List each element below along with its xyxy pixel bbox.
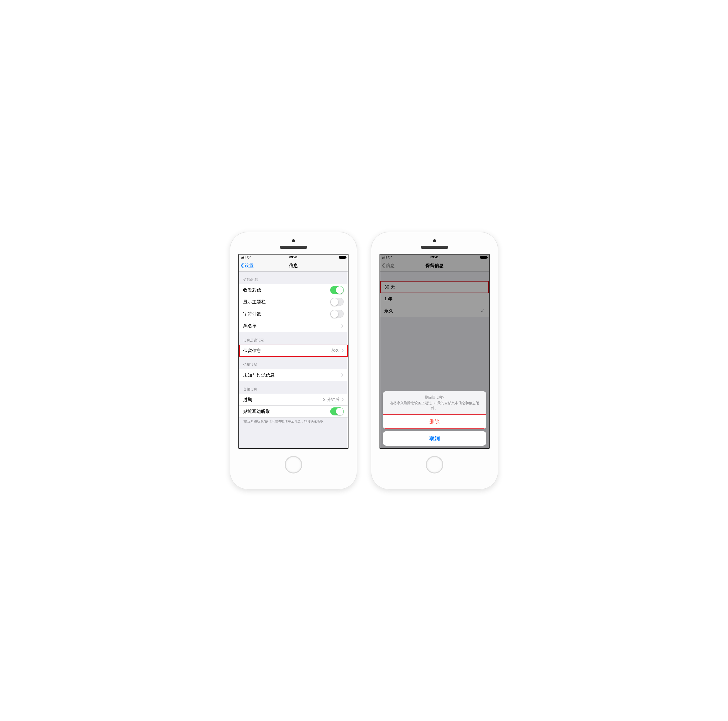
cancel-label: 取消 (429, 435, 440, 442)
nav-back-label: 信息 (386, 263, 395, 268)
row-blacklist[interactable]: 黑名单 (239, 320, 348, 332)
chevron-right-icon (341, 373, 344, 377)
subject-toggle[interactable] (330, 298, 344, 306)
option-label: 30 天 (384, 284, 485, 290)
section-header-filter: 信息过滤 (239, 357, 348, 369)
speaker-slot (421, 246, 448, 249)
delete-label: 删除 (429, 418, 440, 425)
battery-icon (480, 256, 487, 259)
row-charcount[interactable]: 字符计数 (239, 308, 348, 320)
settings-content[interactable]: 短信/彩信 收发彩信 显示主题栏 字符计数 黑名单 信息历史记录 保留信息 永久 (239, 271, 348, 448)
row-label: 黑名单 (243, 323, 341, 329)
phone-mockup-left: 09:41 设置 信息 短信/彩信 收发彩信 显示主题栏 (229, 232, 357, 490)
screen-left: 09:41 设置 信息 短信/彩信 收发彩信 显示主题栏 (239, 254, 349, 449)
section-header-sms: 短信/彩信 (239, 271, 348, 284)
row-keep-messages[interactable]: 保留信息 永久 (239, 344, 348, 357)
row-subject[interactable]: 显示主题栏 (239, 296, 348, 308)
action-sheet-message: 删除旧信息? 这将永久删除您设备上超过 30 天的全部文本信息和信息附件。 (383, 391, 486, 414)
row-raise-listen[interactable]: 贴近耳边听取 (239, 406, 348, 418)
battery-icon (339, 256, 346, 259)
phone-mockup-right: 09:41 信息 保留信息 30 天 1 年 永久 (371, 232, 499, 490)
row-label: 未知与过滤信息 (243, 372, 341, 378)
section-footer: “贴近耳边听取”使你只需将电话举至耳边，即可快速听取 (239, 418, 348, 424)
option-label: 1 年 (384, 296, 485, 302)
row-label: 字符计数 (243, 311, 330, 317)
speaker-slot (280, 246, 307, 249)
chevron-left-icon (241, 263, 244, 268)
signal-icon (241, 256, 245, 259)
nav-title: 信息 (289, 263, 298, 268)
status-time: 09:41 (289, 255, 297, 259)
row-label: 收发彩信 (243, 287, 330, 293)
mms-toggle[interactable] (330, 286, 344, 294)
nav-bar: 信息 保留信息 (380, 260, 489, 271)
nav-back-button[interactable]: 信息 (382, 260, 395, 271)
delete-button[interactable]: 删除 (383, 415, 486, 429)
sheet-description: 这将永久删除您设备上超过 30 天的全部文本信息和信息附件。 (389, 401, 480, 410)
status-time: 09:41 (430, 255, 439, 259)
option-label: 永久 (384, 308, 480, 314)
row-mms[interactable]: 收发彩信 (239, 284, 348, 296)
camera-dot (292, 239, 295, 242)
chevron-right-icon (341, 398, 344, 401)
row-filter-unknown[interactable]: 未知与过滤信息 (239, 369, 348, 381)
row-label: 过期 (243, 396, 323, 403)
home-button[interactable] (426, 456, 443, 473)
nav-back-button[interactable]: 设置 (241, 260, 254, 271)
signal-icon (382, 256, 387, 259)
section-header-history: 信息历史记录 (239, 332, 348, 344)
screen-right: 09:41 信息 保留信息 30 天 1 年 永久 (379, 254, 489, 449)
raise-toggle[interactable] (330, 407, 344, 415)
home-button[interactable] (285, 456, 302, 473)
row-label: 显示主题栏 (243, 299, 330, 305)
nav-title: 保留信息 (425, 263, 444, 268)
camera-dot (433, 239, 436, 242)
nav-bar: 设置 信息 (239, 260, 348, 271)
sheet-title: 删除旧信息? (389, 395, 480, 400)
action-sheet: 删除旧信息? 这将永久删除您设备上超过 30 天的全部文本信息和信息附件。 删除… (380, 391, 489, 448)
option-forever[interactable]: 永久 ✓ (380, 305, 489, 317)
option-1-year[interactable]: 1 年 (380, 293, 489, 305)
status-bar: 09:41 (239, 254, 348, 260)
checkmark-icon: ✓ (480, 308, 485, 314)
section-header-audio: 音频信息 (239, 381, 348, 393)
phone-sensors (280, 239, 307, 249)
nav-back-label: 设置 (245, 263, 254, 268)
row-label: 贴近耳边听取 (243, 409, 330, 415)
option-30-days[interactable]: 30 天 (380, 281, 489, 293)
row-value: 永久 (331, 347, 340, 354)
row-label: 保留信息 (243, 347, 331, 354)
chevron-right-icon (341, 349, 344, 352)
action-sheet-card: 删除旧信息? 这将永久删除您设备上超过 30 天的全部文本信息和信息附件。 删除 (383, 391, 486, 429)
cancel-button[interactable]: 取消 (383, 431, 486, 446)
row-value: 2 分钟后 (323, 396, 340, 403)
chevron-left-icon (382, 263, 385, 268)
charcount-toggle[interactable] (330, 310, 344, 318)
chevron-right-icon (341, 324, 344, 328)
wifi-icon (247, 256, 251, 259)
phone-sensors (421, 239, 448, 249)
row-expire[interactable]: 过期 2 分钟后 (239, 393, 348, 406)
wifi-icon (388, 256, 392, 259)
status-bar: 09:41 (380, 254, 489, 260)
